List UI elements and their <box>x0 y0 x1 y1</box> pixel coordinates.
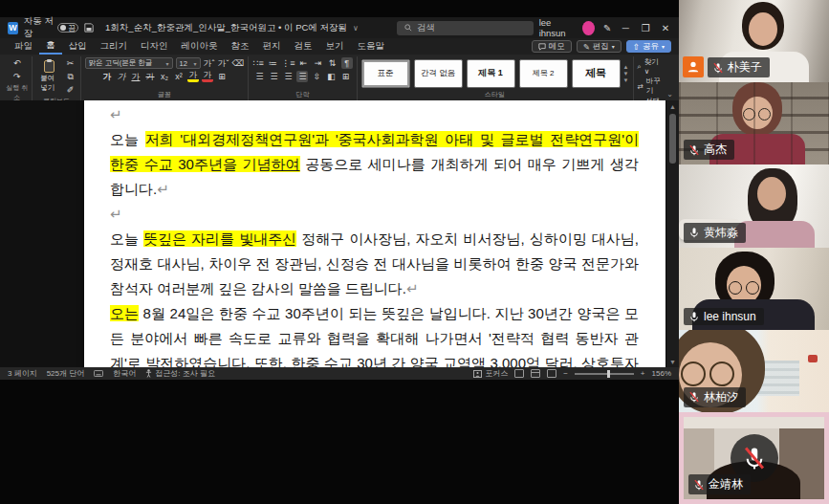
redo-button[interactable]: ↷ <box>11 71 23 82</box>
strikethrough-button[interactable]: 가 <box>144 71 156 82</box>
character-border-button[interactable]: ⊞ <box>216 71 228 82</box>
language-status[interactable]: 한국어 <box>113 368 136 379</box>
share-button[interactable]: ⇧공유▾ <box>626 40 671 53</box>
participant-tile[interactable]: 朴美子 <box>679 0 829 82</box>
menu-tab-4[interactable]: 디자인 <box>134 39 175 54</box>
autosave-toggle[interactable]: 자동 저장 끔 <box>24 15 78 40</box>
clipboard-group: 붙여넣기 ✂ ⧉ ✐ 클립보드 <box>33 56 80 100</box>
sort-button[interactable]: ⇅ <box>327 57 338 69</box>
scroll-down-arrow[interactable]: ▼ <box>669 356 676 367</box>
align-left-button[interactable]: ☰ <box>253 71 265 82</box>
undo-button[interactable]: ↶ <box>11 57 23 69</box>
style-box-4[interactable]: 제목 <box>572 59 621 88</box>
borders-button[interactable]: ⊞ <box>339 71 351 82</box>
scrollbar-thumb[interactable] <box>669 114 676 164</box>
collapse-ribbon-chevron[interactable]: ⌄ <box>665 90 677 100</box>
italic-button[interactable]: 가 <box>116 71 127 82</box>
zoom-level[interactable]: 156% <box>652 369 671 378</box>
clear-formatting-button[interactable]: ⌫ <box>232 57 245 69</box>
draw-pen-icon[interactable]: ✎ <box>603 23 611 33</box>
font-color-button[interactable]: 가 <box>202 71 213 82</box>
format-painter-button[interactable]: ✐ <box>65 84 76 96</box>
style-box-1[interactable]: 간격 없음 <box>414 59 463 88</box>
web-layout-button[interactable] <box>547 369 556 378</box>
toggle-pill[interactable]: 끔 <box>57 23 78 33</box>
document-page[interactable]: ↵오늘 저희 '대외경제정책연구원'과 '중국사회과학원 아태 및 글로벌 전략… <box>84 100 665 367</box>
focus-mode-button[interactable]: 포커스 <box>473 368 508 379</box>
align-center-button[interactable]: ☰ <box>268 71 279 82</box>
text-highlight-button[interactable]: 가 <box>187 71 199 82</box>
bold-button[interactable]: 가 <box>101 71 113 82</box>
word-count[interactable]: 525개 단어 <box>47 368 85 379</box>
read-mode-button[interactable] <box>514 369 524 378</box>
style-box-3[interactable]: 제목 2 <box>519 59 568 88</box>
menu-tab-9[interactable]: 보기 <box>319 39 351 54</box>
participant-tile[interactable]: lee ihnsun <box>679 248 829 330</box>
vertical-scrollbar[interactable]: ▲ ▼ <box>666 100 679 367</box>
grow-font-button[interactable]: 가ˆ <box>204 57 215 69</box>
search-icon <box>404 24 412 32</box>
comments-button[interactable]: 메모 <box>532 40 572 53</box>
close-button[interactable]: ✕ <box>660 23 671 33</box>
underline-button[interactable]: 가 <box>130 71 142 82</box>
print-layout-button[interactable] <box>531 369 540 378</box>
superscript-button[interactable]: x² <box>173 71 185 82</box>
chevron-down-icon: ▾ <box>612 43 615 50</box>
align-right-button[interactable]: ☰ <box>282 71 294 82</box>
avatar[interactable] <box>582 21 595 35</box>
editing-item-0[interactable]: ⌕찾기 ∨ <box>638 57 662 76</box>
save-icon[interactable] <box>84 22 94 33</box>
justify-button[interactable]: ☰ <box>296 71 308 82</box>
style-box-2[interactable]: 제목 1 <box>467 59 515 88</box>
menu-tab-3[interactable]: 그리기 <box>94 39 135 54</box>
increase-indent-button[interactable]: ⇥ <box>313 57 324 69</box>
paragraph-mark: ↵ <box>110 106 122 122</box>
menu-tab-2[interactable]: 삽입 <box>62 39 94 54</box>
menu-tab-0[interactable]: 파일 <box>8 39 39 54</box>
keyboard-icon[interactable] <box>94 370 103 377</box>
zoom-in-button[interactable]: + <box>641 369 645 378</box>
font-size-select[interactable]: 12▾ <box>176 57 201 69</box>
menu-tab-8[interactable]: 검토 <box>288 39 319 54</box>
cut-button[interactable]: ✂ <box>65 57 76 69</box>
editing-item-1[interactable]: ⇄바꾸기 <box>638 77 662 96</box>
minimize-button[interactable]: ─ <box>620 23 631 33</box>
page-count[interactable]: 3 페이지 <box>8 368 37 379</box>
menu-tab-7[interactable]: 편지 <box>256 39 288 54</box>
font-name-select[interactable]: 맑은 고딕(본문 한글▾ <box>85 57 173 69</box>
copy-button[interactable]: ⧉ <box>65 71 76 82</box>
participant-tile[interactable]: 金靖林 <box>679 412 829 504</box>
subscript-button[interactable]: x₂ <box>159 71 170 82</box>
style-box-0[interactable]: 표준 <box>361 59 410 88</box>
participant-tile[interactable]: 林柏汐 <box>679 330 829 412</box>
paste-button[interactable]: 붙여넣기 <box>36 60 61 93</box>
participant-tile[interactable]: 高杰 <box>679 82 829 164</box>
scroll-up-arrow[interactable]: ▲ <box>669 100 676 112</box>
menu-tab-5[interactable]: 레이아웃 <box>175 39 225 54</box>
styles-gallery-scroll[interactable]: ▲▼▼ <box>623 64 629 83</box>
font-group: 맑은 고딕(본문 한글▾ 12▾ 가ˆ 가ˇ ⌫ 가 가 가 가 x₂ <box>81 56 250 100</box>
shading-button[interactable]: ◧ <box>325 71 337 82</box>
line-spacing-button[interactable]: ⇳ <box>311 71 322 82</box>
autosave-state: 끔 <box>68 23 76 33</box>
participant-tile[interactable]: 黄炜淼 <box>679 164 829 247</box>
menu-tab-1[interactable]: 홈 <box>39 38 62 55</box>
show-marks-button[interactable]: ¶ <box>341 57 353 69</box>
document-title[interactable]: 1회차_순차_한중관계_인사말_한국어원고 • 이 PC에 저장됨 <box>105 22 347 34</box>
participant-namebar: 高杰 <box>684 140 734 160</box>
accessibility-status[interactable]: 접근성: 조사 필요 <box>145 368 215 379</box>
zoom-slider-thumb[interactable] <box>607 370 610 378</box>
chevron-down-icon[interactable]: ∨ <box>353 24 359 33</box>
zoom-out-button[interactable]: − <box>563 369 568 378</box>
zoom-slider[interactable] <box>575 373 634 375</box>
menu-tab-6[interactable]: 참조 <box>225 39 256 54</box>
menu-tab-10[interactable]: 도움말 <box>351 39 392 54</box>
numbering-button[interactable]: ≔ <box>267 57 278 69</box>
decrease-indent-button[interactable]: ⇤ <box>298 57 310 69</box>
search-input[interactable]: 검색 <box>397 21 534 35</box>
multilevel-list-button[interactable]: ⋮≡ <box>281 57 295 69</box>
editing-mode-button[interactable]: ✎편집▾ <box>577 40 622 53</box>
restore-button[interactable]: ❐ <box>640 23 651 33</box>
bullets-button[interactable]: ∷≡ <box>252 57 264 69</box>
shrink-font-button[interactable]: 가ˇ <box>218 57 229 69</box>
